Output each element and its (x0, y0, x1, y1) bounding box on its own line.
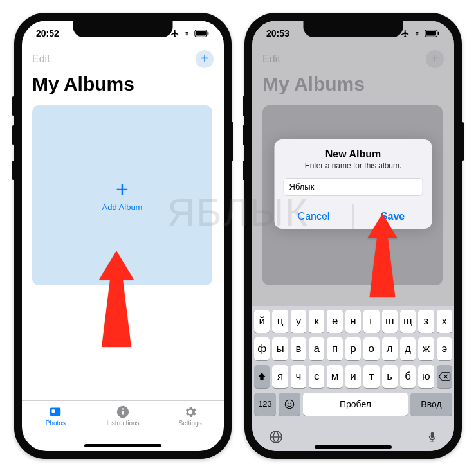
edit-button[interactable]: Edit (32, 53, 50, 65)
key[interactable]: ь (382, 365, 398, 388)
shift-icon (257, 371, 267, 382)
key[interactable]: з (418, 310, 434, 333)
key[interactable]: р (345, 337, 361, 360)
wifi-icon (412, 30, 422, 37)
svg-rect-2 (208, 31, 209, 34)
tab-settings[interactable]: Settings (156, 405, 224, 427)
mic-icon[interactable] (426, 429, 438, 445)
key[interactable]: й (254, 310, 270, 333)
home-indicator[interactable] (315, 445, 392, 449)
globe-icon[interactable] (268, 429, 284, 445)
keyboard-row-1: й ц у к е н г ш щ з х (254, 310, 452, 333)
home-indicator[interactable] (84, 444, 161, 447)
keyboard-row-3: я ч с м и т ь б ю (254, 365, 452, 388)
key[interactable]: б (400, 365, 416, 388)
key[interactable]: щ (400, 310, 416, 333)
add-album-label: Add Album (102, 202, 143, 212)
key[interactable]: к (309, 310, 324, 333)
key[interactable]: ч (291, 365, 306, 388)
key[interactable]: о (363, 337, 379, 360)
key[interactable]: я (272, 365, 288, 388)
keyboard-row-2: ф ы в а п р о л д ж э (254, 337, 452, 360)
plus-icon: + (116, 178, 129, 200)
status-right-icons (401, 29, 440, 38)
svg-rect-1 (196, 31, 206, 35)
phone-screen-right: 20:53 Edit + My Albums New Album Enter a… (252, 21, 454, 451)
status-time: 20:53 (266, 28, 289, 39)
key[interactable]: ж (418, 337, 434, 360)
svg-point-15 (290, 402, 291, 404)
nav-bar: Edit + (22, 46, 224, 72)
phone-frame-left: 20:52 Edit + My Albums + Add Album (14, 13, 232, 459)
plus-icon: + (201, 51, 208, 66)
album-name-input[interactable]: Яблык (284, 178, 423, 196)
tab-instructions[interactable]: Instructions (89, 405, 157, 427)
page-title: My Albums (22, 72, 224, 102)
emoji-key[interactable] (279, 393, 300, 416)
cancel-button[interactable]: Cancel (275, 204, 354, 229)
shift-key[interactable] (254, 365, 270, 388)
tab-label: Settings (179, 420, 202, 427)
airplane-icon (401, 29, 410, 38)
gear-icon (183, 405, 197, 419)
svg-rect-10 (426, 31, 436, 35)
dialog-title: New Album (284, 148, 423, 160)
tab-label: Photos (46, 420, 66, 427)
input-value: Яблык (289, 182, 315, 191)
key[interactable]: ф (254, 337, 270, 360)
phone-frame-right: 20:53 Edit + My Albums New Album Enter a… (244, 13, 462, 459)
dialog-subtitle: Enter a name for this album. (284, 161, 423, 170)
svg-rect-11 (438, 31, 439, 34)
key[interactable]: д (400, 337, 416, 360)
key[interactable]: у (291, 310, 306, 333)
info-icon (116, 405, 130, 419)
key[interactable]: ш (382, 310, 398, 333)
key[interactable]: ц (272, 310, 288, 333)
album-grid: + Add Album (22, 102, 224, 289)
key[interactable]: м (327, 365, 342, 388)
svg-point-13 (285, 400, 294, 409)
numbers-key[interactable]: 123 (254, 393, 276, 416)
save-button[interactable]: Save (354, 204, 432, 229)
key[interactable]: и (345, 365, 361, 388)
svg-point-8 (122, 408, 124, 409)
battery-icon (425, 30, 440, 37)
svg-point-14 (288, 402, 289, 404)
key[interactable]: а (309, 337, 324, 360)
return-key[interactable]: Ввод (410, 393, 452, 416)
key[interactable]: е (327, 310, 342, 333)
svg-rect-4 (50, 407, 61, 416)
keyboard-footer (254, 420, 452, 449)
key[interactable]: э (437, 337, 452, 360)
battery-icon (194, 30, 210, 37)
svg-rect-5 (52, 409, 55, 413)
keyboard: й ц у к е н г ш щ з х ф ы в а п р о л (252, 306, 454, 451)
key[interactable]: т (363, 365, 379, 388)
key[interactable]: ы (272, 337, 288, 360)
backspace-icon (438, 372, 451, 381)
emoji-icon (284, 398, 295, 410)
key[interactable]: х (437, 310, 452, 333)
photos-icon (48, 405, 63, 419)
phone-screen-left: 20:52 Edit + My Albums + Add Album (22, 21, 224, 451)
key[interactable]: п (327, 337, 342, 360)
svg-rect-7 (122, 411, 124, 414)
wifi-icon (182, 30, 192, 37)
tab-photos[interactable]: Photos (22, 405, 89, 427)
key[interactable]: с (309, 365, 324, 388)
new-album-dialog: New Album Enter a name for this album. Я… (275, 139, 432, 229)
notch (73, 21, 173, 37)
key[interactable]: л (382, 337, 398, 360)
key[interactable]: в (291, 337, 306, 360)
key[interactable]: г (363, 310, 379, 333)
add-album-tile[interactable]: + Add Album (32, 105, 212, 285)
backspace-key[interactable] (437, 365, 452, 388)
svg-rect-17 (431, 432, 434, 438)
status-right-icons (170, 29, 210, 38)
key[interactable]: ю (418, 365, 434, 388)
add-button[interactable]: + (196, 50, 214, 68)
tab-label: Instructions (106, 420, 139, 427)
key[interactable]: н (345, 310, 361, 333)
keyboard-row-4: 123 Пробел Ввод (254, 393, 452, 416)
space-key[interactable]: Пробел (303, 393, 408, 416)
